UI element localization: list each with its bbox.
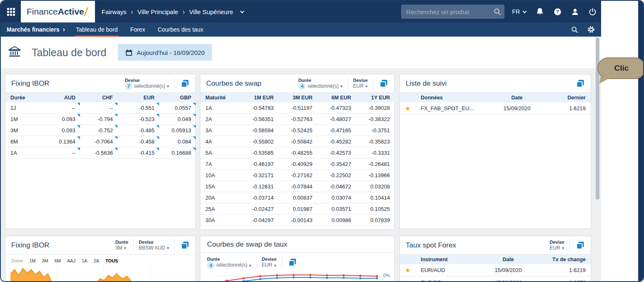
help-button[interactable]: ? xyxy=(549,1,566,22)
breadcrumb-item-fairways[interactable]: Fairways xyxy=(102,8,127,15)
value-cell: 0.10525 xyxy=(356,203,395,215)
copy-widget-button[interactable] xyxy=(378,78,389,89)
value-cell: -0.42573 xyxy=(317,147,356,158)
column-header[interactable]: Date xyxy=(492,93,542,102)
zoom-range-aaj[interactable]: AAJ xyxy=(67,258,75,263)
copy-widget-button[interactable] xyxy=(575,240,586,251)
column-header[interactable]: Instrument xyxy=(416,255,477,264)
language-selector[interactable]: FR xyxy=(512,8,526,15)
column-header[interactable]: 3M EUR xyxy=(279,93,317,102)
value-cell: -0.54783 xyxy=(240,102,279,114)
column-header[interactable]: 6M EUR xyxy=(317,93,356,102)
duree-filter-dropdown[interactable]: Durée 3M ▾ xyxy=(115,239,128,252)
zoom-range-tous[interactable]: TOUS xyxy=(105,258,118,263)
row-label-cell: 1M xyxy=(5,114,42,125)
breadcrumb-item-ville-superieure[interactable]: Ville Supérieure xyxy=(189,8,233,15)
devise-filter-dropdown[interactable]: Devise EUR ▾ xyxy=(353,77,368,90)
breadcrumb-separator-icon: › xyxy=(131,7,133,16)
favorite-star-icon[interactable]: ★ xyxy=(405,105,410,112)
notifications-button[interactable] xyxy=(531,1,549,22)
value-cell: EUR/AUD xyxy=(416,264,477,277)
nav-tab-tableau-de-bord[interactable]: Tableau de bord xyxy=(75,22,118,37)
brand-logo[interactable]: FinanceActive xyxy=(21,1,95,22)
value-cell: 0.00837 xyxy=(279,192,317,203)
favorite-star-icon[interactable]: ★ xyxy=(405,267,410,274)
ibor-area-chart[interactable] xyxy=(5,265,195,282)
column-header[interactable]: GBP xyxy=(160,93,196,102)
row-label-cell: 5A xyxy=(200,147,240,158)
copy-widget-button[interactable] xyxy=(180,78,190,89)
search-input[interactable] xyxy=(401,8,504,15)
breadcrumb-item-ville-principale[interactable]: Ville Principale xyxy=(137,8,178,15)
profile-button[interactable] xyxy=(566,1,584,22)
value-cell: 0.03208 xyxy=(356,181,395,192)
duree-filter-dropdown[interactable]: Durée 4 sélectionné(s) ▾ xyxy=(298,77,342,90)
chevron-down-icon: ▾ xyxy=(249,262,252,268)
nav-tab-forex[interactable]: Forex xyxy=(130,22,146,37)
chart-zoom-controls: Zoom 1M3M6MAAJ1A2ATOUS xyxy=(5,255,195,265)
brand-name-part1: Finance xyxy=(27,7,58,17)
copy-widget-button[interactable] xyxy=(287,257,298,268)
copy-widget-button[interactable] xyxy=(575,78,586,89)
user-icon xyxy=(571,8,579,16)
table-row: 3M0.093-0.752-0.4850.05913 xyxy=(5,125,196,136)
brand-slash-mark xyxy=(84,7,88,16)
date-picker-button[interactable]: Aujourd'hui - 16/09/2020 xyxy=(118,44,212,61)
value-cell: 15/09/2020 xyxy=(492,102,542,115)
copy-icon xyxy=(288,258,297,267)
date-picker-label: Aujourd'hui - 16/09/2020 xyxy=(137,49,205,56)
chevron-down-icon: ▾ xyxy=(274,262,277,268)
row-label-cell: 1J xyxy=(5,102,42,114)
column-header[interactable]: Maturité xyxy=(200,93,240,102)
nav-tabs: Tableau de bordForexCourbes des taux xyxy=(75,22,215,37)
zoom-range-6m[interactable]: 6M xyxy=(55,258,61,263)
column-header[interactable]: Tx de change xyxy=(540,255,591,264)
devise-filter-dropdown[interactable]: Devise EUR ▾ xyxy=(550,239,564,252)
table-row: ★EUR/AUD15/09/20201.6219 xyxy=(400,264,591,277)
table-row: ★FX_FAB_SPOT_EU...15/09/20201.6219 xyxy=(400,102,591,115)
value-cell: -0.45282 xyxy=(317,136,356,147)
column-header[interactable]: Date xyxy=(477,255,540,264)
zoom-range-1m[interactable]: 1M xyxy=(29,258,35,263)
duree-filter-dropdown[interactable]: Durée 4 sélectionné(s) ▾ xyxy=(207,256,251,269)
value-cell: -0.3331 xyxy=(356,147,395,158)
nav-marches-financiers[interactable]: Marchés financiers › xyxy=(7,26,65,33)
column-header[interactable]: 1M EUR xyxy=(240,93,279,102)
column-header[interactable]: AUD xyxy=(42,93,80,102)
value-cell: 0.093 xyxy=(42,114,80,125)
product-search[interactable] xyxy=(401,5,504,19)
value-cell: 0.10414 xyxy=(356,192,395,203)
app-launcher-button[interactable] xyxy=(1,1,21,22)
swap-rates-line-chart[interactable]: 0% xyxy=(200,272,394,282)
value-cell: 1.6219 xyxy=(540,264,591,277)
search-icon[interactable] xyxy=(494,8,501,17)
nav-tab-courbes-des-taux[interactable]: Courbes des taux xyxy=(157,22,204,37)
zoom-range-2a[interactable]: 2A xyxy=(94,258,99,263)
column-header[interactable]: EUR xyxy=(118,93,160,102)
column-header[interactable]: Dernier xyxy=(542,93,591,102)
logout-button[interactable] xyxy=(584,1,601,22)
column-header[interactable]: 1Y EUR xyxy=(356,93,395,102)
value-cell: 0.00986 xyxy=(317,215,356,226)
settings-button[interactable] xyxy=(583,22,599,37)
nav-search-button[interactable] xyxy=(566,22,583,37)
devise-filter-dropdown[interactable]: Devise EUR ▾ xyxy=(262,256,276,269)
column-header[interactable]: Données xyxy=(416,93,492,102)
column-header xyxy=(400,255,416,264)
copy-widget-button[interactable] xyxy=(180,240,190,251)
column-header[interactable]: CHF xyxy=(80,93,118,102)
column-header[interactable]: Durée xyxy=(5,93,42,102)
devise-filter-dropdown[interactable]: Devise 7 sélectionné(s) ▾ xyxy=(125,77,169,90)
table-row: 1A-0.54783-0.51197-0.47323-0.39028 xyxy=(200,102,395,114)
favorite-cell: ★ xyxy=(400,264,416,277)
chevron-down-icon[interactable] xyxy=(240,9,244,13)
table-row: 20A-0.037140.008370.030740.10414 xyxy=(200,192,395,203)
favorite-star-outline-icon[interactable]: ☆ xyxy=(405,279,410,282)
devise-filter-dropdown[interactable]: Devise BBSW AUD ▾ xyxy=(139,239,169,252)
copy-icon xyxy=(576,241,585,250)
divider xyxy=(256,257,257,268)
zoom-range-1a[interactable]: 1A xyxy=(82,258,87,263)
divider xyxy=(174,240,175,251)
zoom-range-3m[interactable]: 3M xyxy=(42,258,48,263)
table-row: 5A-0.53585-0.48255-0.42573-0.3331 xyxy=(200,147,395,158)
